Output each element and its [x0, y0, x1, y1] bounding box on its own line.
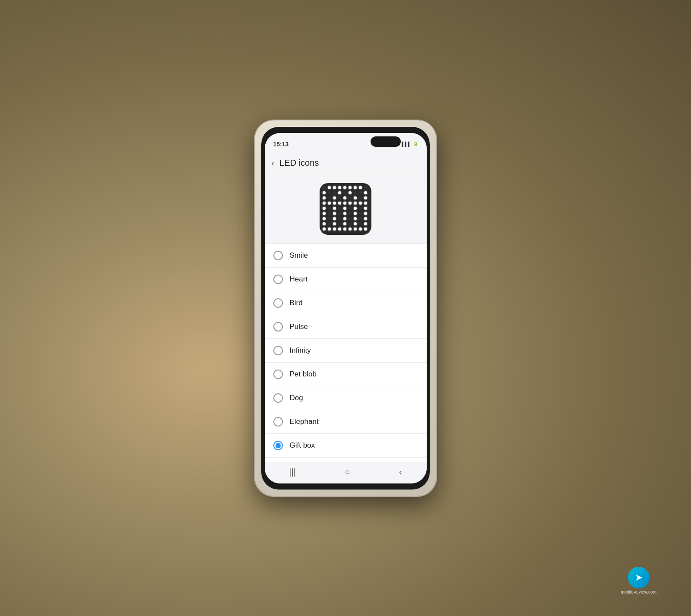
- led-preview-area: [265, 174, 427, 243]
- dot: [323, 222, 326, 225]
- dot: [328, 212, 331, 215]
- option-giftbox-label: Gift box: [290, 441, 315, 450]
- option-bird[interactable]: Bird: [265, 291, 427, 315]
- option-smile[interactable]: Smile: [265, 243, 427, 268]
- nav-bar: ||| ○ ‹: [265, 462, 427, 483]
- options-list: Smile Heart Bird Pulse Infinity: [265, 243, 427, 462]
- phone-device: 15:13 🔕 ▌▌▌ 🔋 ‹ LED icons: [255, 120, 436, 496]
- option-elephant[interactable]: Elephant: [265, 410, 427, 434]
- dot: [333, 207, 336, 210]
- dot: [364, 196, 367, 199]
- dot: [349, 207, 352, 210]
- option-infinity[interactable]: Infinity: [265, 339, 427, 363]
- dot: [343, 186, 346, 189]
- option-beermug[interactable]: Beer mug: [265, 458, 427, 462]
- dot: [333, 212, 336, 215]
- recent-apps-button[interactable]: |||: [289, 467, 296, 477]
- dot: [349, 191, 352, 194]
- dot: [343, 207, 346, 210]
- dot: [338, 217, 341, 220]
- dot: [343, 217, 346, 220]
- option-elephant-label: Elephant: [290, 417, 319, 426]
- option-dog[interactable]: Dog: [265, 386, 427, 410]
- radio-infinity[interactable]: [273, 346, 283, 355]
- dot: [328, 191, 331, 194]
- dot: [323, 207, 326, 210]
- dot: [323, 212, 326, 215]
- back-button[interactable]: ‹: [272, 158, 275, 168]
- dot: [359, 196, 362, 199]
- dot: [328, 222, 331, 225]
- option-petblob-label: Pet blob: [290, 370, 317, 379]
- dot: [349, 212, 352, 215]
- radio-heart[interactable]: [273, 275, 283, 284]
- option-dog-label: Dog: [290, 394, 303, 402]
- dot: [354, 222, 357, 225]
- dot: [323, 202, 326, 205]
- dot: [359, 217, 362, 220]
- dot: [364, 191, 367, 194]
- radio-pulse[interactable]: [273, 322, 283, 332]
- dot: [328, 196, 331, 199]
- option-petblob[interactable]: Pet blob: [265, 363, 427, 386]
- watermark-logo: ➤: [628, 567, 650, 588]
- radio-dog[interactable]: [273, 393, 283, 403]
- radio-elephant[interactable]: [273, 417, 283, 426]
- dot: [354, 212, 357, 215]
- dot: [323, 186, 326, 189]
- option-pulse[interactable]: Pulse: [265, 315, 427, 339]
- dot: [343, 196, 346, 199]
- dot: [354, 191, 357, 194]
- radio-smile[interactable]: [273, 251, 283, 260]
- option-giftbox[interactable]: Gift box: [265, 434, 427, 458]
- dot: [359, 222, 362, 225]
- dot: [343, 191, 346, 194]
- dot: [333, 227, 336, 231]
- led-icon-preview: [320, 183, 371, 235]
- dot: [343, 212, 346, 215]
- dot: [364, 212, 367, 215]
- dot: [349, 196, 352, 199]
- dot: [359, 186, 362, 189]
- screen-bezel: 15:13 🔕 ▌▌▌ 🔋 ‹ LED icons: [261, 127, 430, 490]
- dot: [349, 222, 352, 225]
- dot: [364, 217, 367, 220]
- dot: [343, 222, 346, 225]
- back-nav-button[interactable]: ‹: [399, 467, 402, 477]
- dot: [338, 212, 341, 215]
- phone-screen: 15:13 🔕 ▌▌▌ 🔋 ‹ LED icons: [265, 133, 427, 483]
- toolbar: ‹ LED icons: [265, 152, 427, 174]
- dot: [338, 207, 341, 210]
- dot: [364, 227, 367, 231]
- option-infinity-label: Infinity: [290, 346, 311, 355]
- dot: [338, 202, 341, 205]
- radio-bird[interactable]: [273, 298, 283, 308]
- dot: [338, 196, 341, 199]
- dot: [328, 207, 331, 210]
- dot: [349, 186, 352, 189]
- dot: [328, 227, 331, 231]
- radio-giftbox[interactable]: [273, 441, 283, 450]
- dot: [323, 191, 326, 194]
- signal-icon: ▌▌▌: [402, 142, 411, 146]
- option-smile-label: Smile: [290, 251, 308, 260]
- radio-petblob[interactable]: [273, 370, 283, 379]
- dot: [354, 227, 357, 231]
- dot: [328, 202, 331, 205]
- dot: [323, 217, 326, 220]
- dot: [354, 186, 357, 189]
- dot: [338, 222, 341, 225]
- watermark-icon: ➤: [635, 572, 643, 583]
- home-button[interactable]: ○: [345, 467, 350, 477]
- dot: [354, 207, 357, 210]
- camera-cutout: [371, 136, 401, 147]
- led-dots-grid: [323, 186, 368, 232]
- status-bar: 15:13 🔕 ▌▌▌ 🔋: [265, 133, 427, 152]
- radio-giftbox-inner: [276, 443, 281, 448]
- dot: [364, 186, 367, 189]
- dot: [323, 196, 326, 199]
- dot: [349, 227, 352, 231]
- option-heart[interactable]: Heart: [265, 268, 427, 291]
- dot: [338, 227, 341, 231]
- option-heart-label: Heart: [290, 275, 308, 284]
